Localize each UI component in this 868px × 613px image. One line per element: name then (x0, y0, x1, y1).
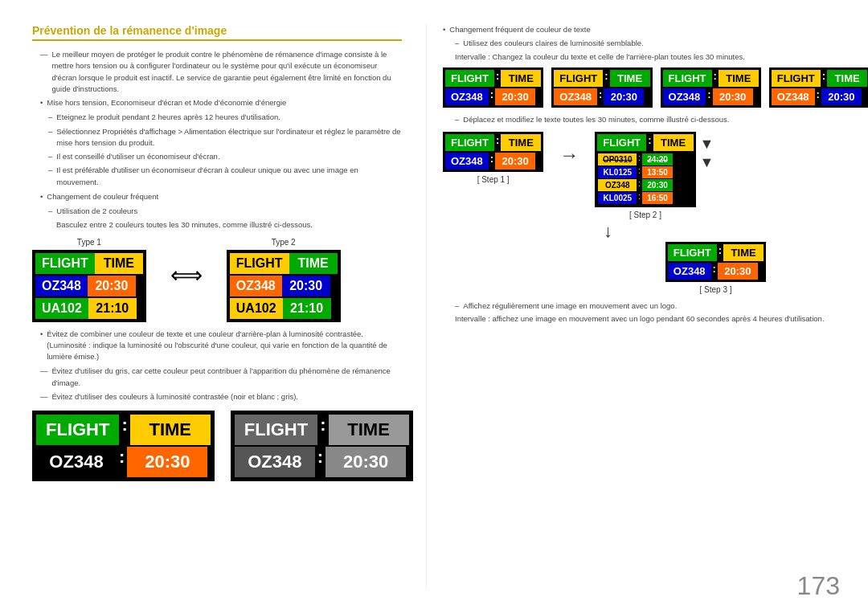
s2-c1: : (637, 153, 642, 166)
s3-time: TIME (723, 244, 764, 261)
t2-oz348: OZ348 (230, 276, 282, 296)
s2-oz348: OZ348 (598, 179, 637, 191)
bullet-1: Mise hors tension, Economiseur d'écran e… (40, 97, 402, 108)
step1-container: FLIGHT : TIME OZ348 : 20:30 [ Step 1 ] (443, 132, 543, 184)
type2-label: Type 2 (272, 238, 296, 247)
avoid-dash-1: Évitez d'utiliser du gris, car cette cou… (40, 366, 402, 389)
bullet-2: Changement de couleur fréquent (40, 191, 402, 202)
s2-c3: : (637, 179, 642, 191)
steps-container: FLIGHT : TIME OZ348 : 20:30 [ Step 1 ] → (443, 132, 860, 219)
s3-oz: OZ348 (668, 263, 711, 280)
dash-1-1: Eteignez le produit pendant 2 heures apr… (48, 112, 402, 123)
lb2-2030: 20:30 (326, 447, 406, 477)
intro-text: Le meilleur moyen de protéger le produit… (40, 49, 402, 95)
s2-op0310: OP0310 (598, 153, 637, 166)
down-arrow-2-icon: ▼ (700, 154, 714, 171)
t2-time: TIME (289, 253, 338, 274)
right-dash-long: Intervalle : Changez la couleur du texte… (455, 51, 860, 63)
s2-row1: OP0310 : 24:20 (598, 153, 692, 166)
step1-label: [ Step 1 ] (477, 175, 510, 184)
s3-flight: FLIGHT (668, 244, 717, 261)
bb-flight: FLIGHT (554, 70, 603, 87)
avoid-dash-2: Évitez d'utiliser des couleurs à luminos… (40, 391, 402, 403)
t1-ua102: UA102 (35, 298, 88, 319)
step2-outer: FLIGHT : TIME OP0310 : 24:20 (595, 132, 714, 219)
bd-2030: 20:30 (821, 88, 862, 105)
bc-time: TIME (719, 70, 759, 87)
bb-2030: 20:30 (604, 88, 644, 105)
type1-board: FLIGHT TIME OZ348 20:30 UA102 21:10 (32, 250, 146, 322)
s2-2420: 24:20 (642, 153, 673, 166)
s2-time: TIME (653, 134, 694, 151)
bb-time: TIME (610, 70, 650, 87)
lb2-time: TIME (329, 415, 409, 445)
s1-oz: OZ348 (445, 153, 489, 170)
s2-c2: : (637, 166, 642, 178)
bc-2030: 20:30 (713, 88, 753, 105)
s2-row2: KL0125 : 13:50 (598, 166, 692, 178)
type1-block: Type 1 FLIGHT TIME OZ348 20:30 UA102 21:… (32, 238, 146, 322)
bb-colon2: : (597, 88, 604, 105)
step2-container: FLIGHT : TIME OP0310 : 24:20 (595, 132, 695, 219)
down-arrow-step3-icon: ↓ (604, 221, 612, 242)
bc-flight: FLIGHT (663, 70, 712, 87)
type2-board: FLIGHT TIME OZ348 20:30 UA102 21:10 (227, 250, 341, 322)
bb-colon1: : (603, 70, 609, 87)
ba-colon2: : (489, 88, 495, 105)
lb1-2030: 20:30 (127, 447, 207, 477)
board-a: FLIGHT : TIME OZ348 : 20:30 (443, 67, 543, 108)
t2-2030: 20:30 (282, 276, 330, 296)
ba-flight: FLIGHT (445, 70, 494, 87)
ba-2030: 20:30 (495, 88, 535, 105)
left-column: Prévention de la rémanence d'image Le me… (32, 24, 426, 589)
s3-colon2: : (711, 263, 718, 280)
step3-label: [ Step 3 ] (699, 285, 731, 294)
down-arrows: ▼ ▼ (700, 132, 714, 171)
lb2-colon2: : (315, 447, 326, 477)
lb2-oz348: OZ348 (235, 447, 315, 477)
step1-arrow: → (559, 132, 579, 166)
dash-1-2: Sélectionnez Propriétés d'affichage > Al… (48, 126, 402, 149)
right-column: Changement fréquent de couleur de texte … (426, 24, 860, 589)
bd-flight: FLIGHT (772, 70, 821, 87)
step2-to-step3-arrow: ↓ (604, 221, 860, 242)
arrow-container: ⟺ (170, 238, 203, 288)
t2-ua102: UA102 (230, 298, 283, 319)
bc-colon1: : (712, 70, 719, 87)
ba-colon1: : (494, 70, 501, 87)
step3-board: FLIGHT : TIME OZ348 : 20:30 (665, 242, 766, 282)
s2-1350: 13:50 (642, 166, 673, 178)
section-title: Prévention de la rémanence d'image (32, 24, 402, 41)
double-arrow-icon: ⟺ (170, 262, 203, 288)
dash-1-4: Il est préférable d'utiliser un économis… (48, 165, 402, 188)
lb1-oz348: OZ348 (36, 447, 117, 477)
bd-colon1: : (821, 70, 827, 87)
board-b: FLIGHT : TIME OZ348 : 20:30 (551, 67, 652, 108)
ba-time: TIME (501, 70, 541, 87)
bd-colon2: : (815, 88, 821, 105)
t1-2030: 20:30 (88, 276, 136, 296)
move-dash: Déplacez et modifiez le texte toutes les… (455, 114, 860, 125)
large-board-2: FLIGHT : TIME OZ348 : 20:30 (231, 411, 413, 481)
s3-2030: 20:30 (718, 263, 758, 280)
t2-flight: FLIGHT (230, 253, 289, 274)
s1-flight: FLIGHT (445, 134, 494, 151)
aff-dash: Affichez régulièrement une image en mouv… (455, 300, 860, 312)
bd-time: TIME (827, 70, 867, 87)
dash-1-3: Il est conseillé d'utiliser un économise… (48, 151, 402, 162)
s2-row4: KL0025 : 16:50 (598, 192, 692, 204)
aff-long: Intervalle : affichez une image en mouve… (455, 313, 860, 325)
s1-colon1: : (494, 134, 501, 151)
step2-list: OP0310 : 24:20 KL0125 : 13:50 OZ348 (597, 153, 693, 205)
dash-2-1: Utilisation de 2 couleurs (48, 206, 402, 217)
step1-board: FLIGHT : TIME OZ348 : 20:30 (443, 132, 543, 172)
large-board-1: FLIGHT : TIME OZ348 : 20:30 (32, 411, 215, 481)
ba-oz: OZ348 (445, 88, 489, 105)
right-arrow-icon: → (559, 144, 579, 166)
s2-colon1: : (646, 134, 653, 151)
s2-row3: OZ348 : 20:30 (598, 179, 692, 191)
s2-c4: : (637, 192, 642, 204)
t2-2110: 21:10 (283, 298, 331, 319)
t1-time: TIME (95, 253, 143, 274)
lb2-colon1: : (317, 415, 328, 445)
